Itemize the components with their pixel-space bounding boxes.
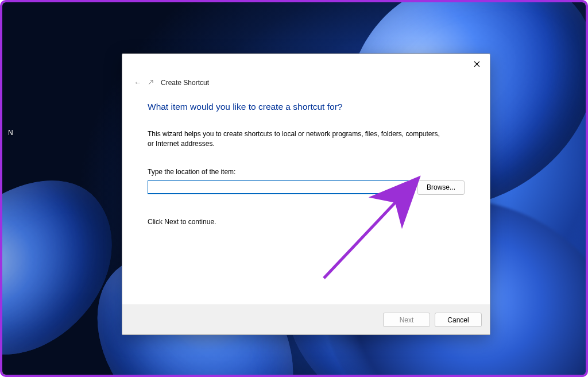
close-button[interactable] — [471, 59, 482, 69]
next-button[interactable]: Next — [383, 313, 430, 327]
titlebar — [122, 54, 490, 74]
dialog-header: ← Create Shortcut — [122, 74, 490, 87]
dialog-heading: What item would you like to create a sho… — [148, 102, 465, 112]
cancel-button[interactable]: Cancel — [435, 313, 482, 327]
dialog-footer: Next Cancel — [122, 305, 490, 334]
browse-button[interactable]: Browse... — [417, 180, 465, 195]
desktop-icon-label: N — [8, 129, 13, 137]
dialog-content: What item would you like to create a sho… — [122, 87, 490, 305]
back-arrow-icon: ← — [134, 78, 141, 87]
dialog-title: Create Shortcut — [161, 79, 209, 87]
location-input[interactable] — [148, 180, 412, 194]
shortcut-icon — [147, 79, 155, 87]
continue-hint: Click Next to continue. — [148, 218, 465, 226]
dialog-description: This wizard helps you to create shortcut… — [148, 129, 446, 149]
create-shortcut-dialog: ← Create Shortcut What item would you li… — [122, 53, 490, 335]
location-label: Type the location of the item: — [148, 168, 465, 176]
